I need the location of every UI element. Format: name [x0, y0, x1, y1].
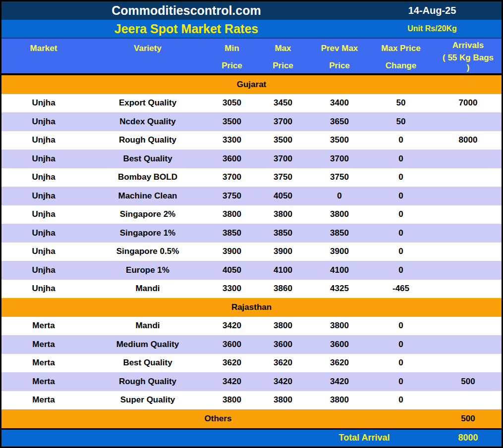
top-bar: Commoditiescontrol.com 14-Aug-25 — [1, 1, 502, 20]
cell-market: Merta — [1, 317, 86, 336]
table-row: MertaRough Quality3420342034200500 — [1, 372, 502, 391]
cell-prev-max-price: 3500 — [312, 131, 367, 150]
table-row: UnjhaSingapore 1%3850385038500 — [1, 224, 502, 243]
cell-arrivals — [435, 280, 502, 299]
table-row: UnjhaEurope 1%4050410041000 — [1, 261, 502, 280]
total-arrival-row: Total Arrival 8000 — [1, 430, 502, 447]
cell-max-price-change: 50 — [367, 94, 435, 113]
cell-market: Unjha — [1, 149, 86, 168]
cell-market: Unjha — [1, 205, 86, 224]
column-header-text: Market — [30, 39, 57, 58]
cell-market: Unjha — [1, 243, 86, 261]
cell-prev-max-price: 3800 — [312, 205, 367, 224]
column-header-text: ) — [467, 63, 470, 73]
section-header-rajasthan: Rajasthan — [1, 298, 502, 317]
cell-arrivals — [435, 187, 502, 205]
section-header-gujarat: Gujarat — [1, 75, 502, 94]
cell-min-price: 3600 — [210, 149, 254, 168]
cell-prev-max-price: 0 — [312, 187, 367, 205]
date-block: 14-Aug-25 — [363, 1, 502, 20]
cell-max-price: 3500 — [254, 131, 312, 150]
cell-max-price: 4050 — [254, 187, 312, 205]
cell-prev-max-price: 4100 — [312, 261, 367, 280]
cell-variety: Rough Quality — [86, 372, 210, 391]
page-title: Jeera Spot Market Rates — [1, 22, 371, 36]
total-arrival-value: 8000 — [435, 433, 502, 443]
cell-min-price: 3620 — [210, 354, 254, 373]
cell-max-price-change: 0 — [367, 187, 435, 205]
cell-max-price-change: 0 — [367, 149, 435, 168]
table-row: UnjhaSingapore 2%3800380038000 — [1, 205, 502, 224]
cell-market: Unjha — [1, 280, 86, 299]
cell-prev-max-price: 3600 — [312, 335, 367, 354]
cell-min-price: 4050 — [210, 261, 254, 280]
cell-arrivals — [435, 243, 502, 261]
cell-max-price-change: 0 — [367, 131, 435, 150]
cell-market: Merta — [1, 391, 86, 410]
table-row: MertaMandi3420380038000 — [1, 317, 502, 336]
cell-min-price: 3420 — [210, 317, 254, 336]
column-header-text: Price — [273, 58, 293, 73]
cell-market: Unjha — [1, 94, 86, 113]
cell-arrivals — [435, 354, 502, 373]
cell-min-price: 3300 — [210, 131, 254, 150]
cell-arrivals: 500 — [435, 372, 502, 391]
cell-min-price: 3420 — [210, 372, 254, 391]
cell-max-price: 3900 — [254, 243, 312, 261]
cell-prev-max-price: 3900 — [312, 243, 367, 261]
cell-market: Unjha — [1, 131, 86, 150]
table-row: UnjhaSingapore 0.5%3900390039000 — [1, 243, 502, 261]
cell-max-price-change: 0 — [367, 224, 435, 243]
column-header-variety: Variety — [86, 39, 210, 73]
cell-market: Merta — [1, 354, 86, 373]
cell-min-price: 3600 — [210, 335, 254, 354]
cell-variety: Europe 1% — [86, 261, 210, 280]
cell-market: Unjha — [1, 112, 86, 131]
cell-arrivals: 7000 — [435, 94, 502, 113]
cell-max-price: 3860 — [254, 280, 312, 299]
column-header-max-price-change: Max PriceChange — [367, 39, 435, 73]
column-header-min-price: MinPrice — [210, 39, 254, 73]
cell-market: Unjha — [1, 261, 86, 280]
cell-arrivals — [435, 261, 502, 280]
column-header-market: Market — [1, 39, 86, 73]
cell-min-price: 3850 — [210, 224, 254, 243]
column-header-max-price: MaxPrice — [254, 39, 312, 73]
cell-market: Unjha — [1, 187, 86, 205]
cell-prev-max-price: 3800 — [312, 391, 367, 410]
table-row: MertaSuper Quality3800380038000 — [1, 391, 502, 410]
table-row: UnjhaBest Quality3600370037000 — [1, 149, 502, 168]
report-body: Commoditiescontrol.com 14-Aug-25 Jeera S… — [1, 1, 502, 447]
unit-label: Unit Rs/20Kg — [407, 24, 457, 33]
cell-max-price: 3620 — [254, 354, 312, 373]
cell-arrivals — [435, 224, 502, 243]
cell-variety: Best Quality — [86, 354, 210, 373]
cell-max-price: 3420 — [254, 372, 312, 391]
table-row: UnjhaMandi330038604325-465 — [1, 280, 502, 299]
column-header-text: Price — [222, 58, 242, 73]
cell-max-price-change: 0 — [367, 261, 435, 280]
cell-max-price-change: 0 — [367, 168, 435, 187]
cell-market: Unjha — [1, 224, 86, 243]
table-row: MertaBest Quality3620362036200 — [1, 354, 502, 373]
cell-variety: Singapore 2% — [86, 205, 210, 224]
cell-min-price: 3750 — [210, 187, 254, 205]
cell-max-price: 3850 — [254, 224, 312, 243]
cell-variety: Best Quality — [86, 149, 210, 168]
footer-spacer — [1, 430, 312, 447]
cell-variety: Singapore 0.5% — [86, 243, 210, 261]
report-date: 14-Aug-25 — [408, 5, 456, 16]
cell-arrivals — [435, 335, 502, 354]
cell-prev-max-price: 3800 — [312, 317, 367, 336]
cell-min-price: 3800 — [210, 205, 254, 224]
cell-variety: Super Quality — [86, 391, 210, 410]
cell-variety: Export Quality — [86, 94, 210, 113]
cell-arrivals — [435, 317, 502, 336]
cell-market: Merta — [1, 372, 86, 391]
column-header-text: Min — [224, 39, 239, 58]
cell-arrivals — [435, 391, 502, 410]
cell-arrivals — [435, 205, 502, 224]
cell-variety: Mandi — [86, 317, 210, 336]
column-header-text: Price — [329, 58, 350, 73]
site-title: Commoditiescontrol.com — [1, 3, 371, 18]
